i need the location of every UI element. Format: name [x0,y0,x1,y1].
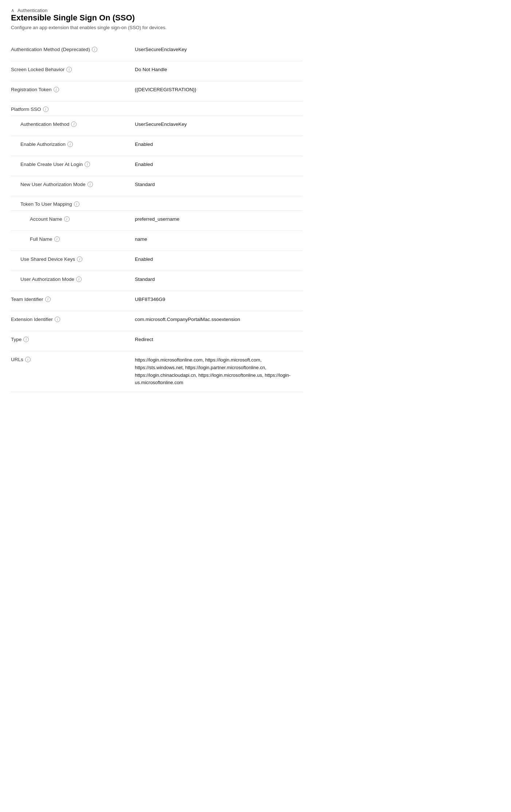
field-value-type: Redirect [135,336,303,342]
field-value-extension-identifier: com.microsoft.CompanyPortalMac.ssoextens… [135,316,303,322]
info-icon-auth-method[interactable]: i [71,121,77,127]
field-value-enable-authorization: Enabled [135,141,303,147]
field-label-text-new-user-auth-mode: New User Authorization Mode [20,182,86,187]
field-label-text-team-identifier: Team Identifier [11,297,43,302]
field-label-screen-locked-behavior: Screen Locked Behaviori [11,66,135,72]
info-icon-token-user-mapping[interactable]: i [74,201,79,207]
field-label-text-enable-create-user: Enable Create User At Login [20,162,83,167]
info-icon-urls[interactable]: i [25,357,31,362]
field-label-text-screen-locked-behavior: Screen Locked Behavior [11,67,65,72]
field-row-enable-authorization: Enable AuthorizationiEnabled [11,136,303,156]
field-row-use-shared-device-keys: Use Shared Device KeysiEnabled [11,251,303,271]
field-label-text-auth-method: Authentication Method [20,121,69,127]
field-row-enable-create-user: Enable Create User At LoginiEnabled [11,156,303,176]
info-icon-use-shared-device-keys[interactable]: i [77,256,82,262]
field-row-auth-method: Authentication MethodiUserSecureEnclaveK… [11,116,303,136]
field-label-full-name: Full Namei [11,236,135,242]
info-icon-type[interactable]: i [23,337,29,342]
field-label-text-user-auth-mode: User Authorization Mode [20,277,74,282]
field-label-new-user-auth-mode: New User Authorization Modei [11,181,135,187]
field-label-auth-method: Authentication Methodi [11,121,135,127]
breadcrumb-text: Authentication [17,8,47,13]
info-icon-enable-create-user[interactable]: i [85,162,90,167]
field-row-full-name: Full Nameiname [11,231,303,251]
field-label-user-auth-mode: User Authorization Modei [11,276,135,282]
field-row-extension-identifier: Extension Identifiericom.microsoft.Compa… [11,311,303,331]
field-label-type: Typei [11,336,135,342]
page-title: Extensible Single Sign On (SSO) [11,13,303,23]
field-label-team-identifier: Team Identifieri [11,296,135,302]
field-label-registration-token: Registration Tokeni [11,86,135,92]
field-value-auth-method-deprecated: UserSecureEnclaveKey [135,46,303,52]
field-label-urls: URLsi [11,356,135,362]
info-icon-account-name[interactable]: i [64,216,70,222]
field-label-text-urls: URLs [11,357,23,362]
field-label-text-full-name: Full Name [30,236,52,242]
field-label-auth-method-deprecated: Authentication Method (Deprecated)i [11,46,135,52]
field-row-account-name: Account Nameipreferred_username [11,211,303,231]
field-value-account-name: preferred_username [135,216,303,222]
field-label-text-extension-identifier: Extension Identifier [11,317,53,322]
info-icon-user-auth-mode[interactable]: i [76,277,82,282]
page-description: Configure an app extension that enables … [11,25,303,30]
field-value-new-user-auth-mode: Standard [135,181,303,187]
field-value-auth-method: UserSecureEnclaveKey [135,121,303,127]
field-row-new-user-auth-mode: New User Authorization ModeiStandard [11,176,303,196]
field-label-extension-identifier: Extension Identifieri [11,316,135,322]
info-icon-auth-method-deprecated[interactable]: i [92,47,97,52]
field-row-urls: URLsihttps://login.microsoftonline.com, … [11,351,303,392]
section-label-text-platform-sso: Platform SSO [11,107,41,112]
field-label-account-name: Account Namei [11,216,135,222]
field-value-enable-create-user: Enabled [135,161,303,167]
field-value-registration-token: {{DEVICEREGISTRATION}} [135,86,303,92]
breadcrumb-chevron: ∧ [11,8,15,13]
field-value-user-auth-mode: Standard [135,276,303,282]
field-label-enable-create-user: Enable Create User At Logini [11,161,135,167]
field-label-text-registration-token: Registration Token [11,87,52,92]
info-icon-registration-token[interactable]: i [54,87,59,92]
section-token-user-mapping: Token To User Mappingi [11,196,303,210]
field-value-urls: https://login.microsoftonline.com, https… [135,356,303,387]
field-label-text-auth-method-deprecated: Authentication Method (Deprecated) [11,47,90,52]
section-label-text-token-user-mapping: Token To User Mapping [20,201,72,207]
info-icon-full-name[interactable]: i [54,236,60,242]
breadcrumb: ∧ Authentication [11,7,303,13]
info-icon-new-user-auth-mode[interactable]: i [87,182,93,187]
field-value-full-name: name [135,236,303,242]
field-value-screen-locked-behavior: Do Not Handle [135,66,303,72]
field-label-text-enable-authorization: Enable Authorization [20,142,66,147]
field-label-use-shared-device-keys: Use Shared Device Keysi [11,256,135,262]
field-row-user-auth-mode: User Authorization ModeiStandard [11,271,303,291]
info-icon-screen-locked-behavior[interactable]: i [66,67,72,72]
field-value-use-shared-device-keys: Enabled [135,256,303,262]
field-row-team-identifier: Team IdentifieriUBF8T346G9 [11,291,303,311]
field-row-registration-token: Registration Tokeni{{DEVICEREGISTRATION}… [11,81,303,101]
info-icon-team-identifier[interactable]: i [45,297,51,302]
field-value-team-identifier: UBF8T346G9 [135,296,303,302]
field-row-type: TypeiRedirect [11,331,303,351]
field-label-text-type: Type [11,337,22,342]
field-row-screen-locked-behavior: Screen Locked BehavioriDo Not Handle [11,61,303,81]
section-platform-sso: Platform SSOi [11,101,303,116]
fields-container: Authentication Method (Deprecated)iUserS… [11,41,303,392]
field-label-enable-authorization: Enable Authorizationi [11,141,135,147]
field-label-text-use-shared-device-keys: Use Shared Device Keys [20,256,75,262]
field-row-auth-method-deprecated: Authentication Method (Deprecated)iUserS… [11,41,303,61]
field-label-text-account-name: Account Name [30,216,62,222]
info-icon-enable-authorization[interactable]: i [67,142,73,147]
info-icon-extension-identifier[interactable]: i [55,317,60,322]
info-icon-platform-sso[interactable]: i [43,107,48,112]
